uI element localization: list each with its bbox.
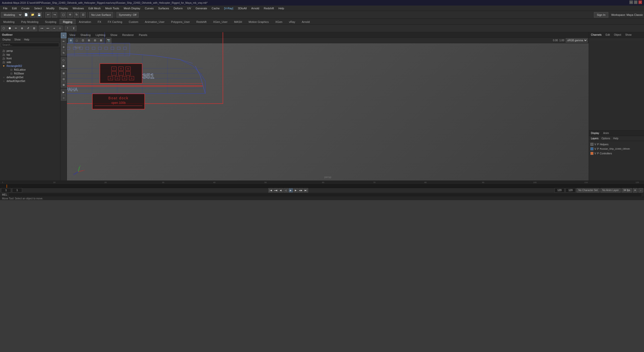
no-live-surface-button[interactable]: No Live Surface	[89, 12, 113, 18]
tab-custom[interactable]: Custom	[126, 19, 142, 24]
tree-item-front[interactable]: 🎥 front	[0, 57, 60, 60]
tree-item-defaultlightset[interactable]: ○ defaultLightSet	[0, 75, 60, 79]
tab-animation-user[interactable]: Animation_User	[142, 19, 168, 24]
menu-deform[interactable]: Deform	[172, 6, 185, 10]
tool-deform[interactable]: ⊹	[57, 26, 63, 31]
tab-display[interactable]: Display	[590, 131, 600, 135]
tab-fx[interactable]: FX	[94, 19, 104, 24]
select-icon[interactable]: ▢	[61, 12, 66, 18]
tree-item-rectangle002[interactable]: ▼ Rectangle002	[0, 64, 60, 68]
vtool-ipr[interactable]: ⊹	[61, 95, 66, 101]
current-frame-input[interactable]	[12, 188, 22, 193]
tool-move[interactable]: ⊕	[19, 26, 25, 31]
menu-create[interactable]: Create	[19, 6, 32, 10]
tab-redshift[interactable]: Redshift	[193, 19, 210, 24]
tab-rigging[interactable]: Rigging	[60, 19, 75, 24]
vtool-snap-curve[interactable]: ⊟	[61, 76, 66, 82]
vtool-select[interactable]: ↖	[61, 33, 66, 38]
layer-controllers[interactable]: V P Controllers	[590, 151, 643, 156]
tool-control[interactable]: ⊻	[71, 26, 76, 31]
tab-polygons-user[interactable]: Polygons_User	[168, 19, 193, 24]
timeline-track[interactable]	[0, 185, 644, 188]
transport-skip-end[interactable]: ▶|	[304, 188, 308, 193]
outliner-menu-help[interactable]: Help	[23, 38, 31, 41]
tool-rotate[interactable]: ↺	[25, 26, 31, 31]
transport-next-frame[interactable]: ▶	[294, 188, 298, 193]
undo-icon[interactable]: ↩	[45, 12, 51, 18]
scale-icon[interactable]: ⊡	[80, 12, 86, 18]
transport-play[interactable]: ▶	[289, 188, 293, 193]
module-dropdown[interactable]: Modeling Rigging Animation FX Rendering	[1, 12, 22, 18]
search-input[interactable]	[1, 43, 59, 47]
tree-item-side[interactable]: 🎥 side	[0, 60, 60, 64]
redo-icon[interactable]: ↪	[52, 12, 57, 18]
transport-play-back[interactable]: ◁	[284, 188, 288, 193]
menu-select[interactable]: Select	[32, 6, 44, 10]
playback-end-input[interactable]	[554, 188, 565, 193]
tool-select[interactable]: ⬡	[1, 26, 7, 31]
layer-helpers[interactable]: V P Helpers	[590, 142, 643, 147]
menu-3dtoall[interactable]: 3DtoAll	[236, 6, 249, 10]
menu-curves[interactable]: Curves	[143, 6, 156, 10]
ruler-track[interactable]: 1 10 20 30 40 50 60 70 80 90 100 110 120	[2, 181, 642, 184]
rotate-icon[interactable]: ↻	[74, 12, 79, 18]
close-button[interactable]: ✕	[638, 1, 642, 4]
tab-poly-modeling[interactable]: Poly Modeling	[18, 19, 42, 24]
tree-item-persp[interactable]: 🎥 persp	[0, 49, 60, 53]
minimize-button[interactable]: —	[629, 1, 633, 4]
transport-prev-frame[interactable]: ◀	[278, 188, 283, 193]
tree-item-defaultobjectset[interactable]: ○ defaultObjectSet	[0, 79, 60, 83]
symmetry-button[interactable]: Symmetry: Off	[116, 12, 139, 18]
tool-skin[interactable]: ⊸	[51, 26, 57, 31]
menu-windows[interactable]: Windows	[71, 6, 86, 10]
vtool-rotate[interactable]: ↻	[61, 50, 66, 56]
outliner-menu-display[interactable]: Display	[1, 38, 12, 41]
loop-button[interactable]: ⟳	[633, 188, 637, 193]
tab-vray[interactable]: vRay	[286, 19, 298, 24]
menu-help[interactable]: Help	[276, 6, 286, 10]
tree-item-top[interactable]: 🎥 top	[0, 53, 60, 57]
mel-input[interactable]	[8, 193, 642, 197]
transport-prev-key[interactable]: ◂◀	[273, 188, 278, 193]
vtool-snap-grid[interactable]: ⊞	[61, 70, 66, 76]
menu-generate[interactable]: Generate	[193, 6, 209, 10]
layer-tab-options[interactable]: Options	[600, 137, 611, 140]
tab-animation[interactable]: Animation	[75, 19, 94, 24]
tab-mash[interactable]: MASH	[231, 19, 245, 24]
viewport-canvas[interactable]: front	[67, 43, 589, 181]
no-character-set[interactable]: No Character Set	[577, 188, 599, 193]
vtool-paint[interactable]: ✏	[61, 38, 66, 44]
gamma-dropdown[interactable]: sRGB gamma	[566, 38, 588, 42]
tree-item-ffd1lattice[interactable]: ⊡ ffd1Lattice	[4, 68, 60, 72]
header-show[interactable]: Show	[624, 33, 632, 37]
tab-sculpting[interactable]: Sculpting	[42, 19, 60, 24]
menu-file[interactable]: File	[1, 6, 10, 10]
header-channels[interactable]: Channels	[590, 33, 602, 37]
layer-tab-help[interactable]: Help	[612, 137, 619, 140]
tab-modeling[interactable]: Modeling	[0, 19, 18, 24]
audio-button[interactable]: ♪	[638, 188, 643, 193]
tree-item-ffd1base[interactable]: ⊡ ffd1Base	[4, 72, 60, 75]
menu-edit-mesh[interactable]: Edit Mesh	[86, 6, 103, 10]
start-frame-input[interactable]	[1, 188, 11, 193]
menu-display[interactable]: Display	[57, 6, 70, 10]
tool-scale[interactable]: ⊞	[31, 26, 37, 31]
layer-tab-layers[interactable]: Layers	[590, 137, 599, 140]
menu-edit[interactable]: Edit	[10, 6, 19, 10]
no-anim-layer[interactable]: No Anim Layer	[600, 188, 621, 193]
save-icon[interactable]: 💾	[36, 12, 42, 18]
tab-fx-caching[interactable]: FX Caching	[104, 19, 125, 24]
vtool-move[interactable]: ✛	[61, 44, 66, 50]
menu-mesh-display[interactable]: Mesh Display	[122, 6, 142, 10]
tool-lasso[interactable]: ⬢	[7, 26, 13, 31]
vtool-obj[interactable]: ⬡	[61, 57, 66, 63]
transport-next-key[interactable]: ▸▶	[299, 188, 303, 193]
move-icon[interactable]: ✛	[67, 12, 73, 18]
header-edit[interactable]: Edit	[605, 33, 611, 37]
layer-ship[interactable]: V P Russian_Ship_22460_Okhotnik_with	[590, 147, 643, 151]
menu-cache[interactable]: Cache	[210, 6, 222, 10]
menu-surfaces[interactable]: Surfaces	[156, 6, 171, 10]
tool-joint[interactable]: ⊶	[39, 26, 45, 31]
tab-arnold[interactable]: Arnold	[298, 19, 313, 24]
tab-xgen[interactable]: XGen	[272, 19, 286, 24]
